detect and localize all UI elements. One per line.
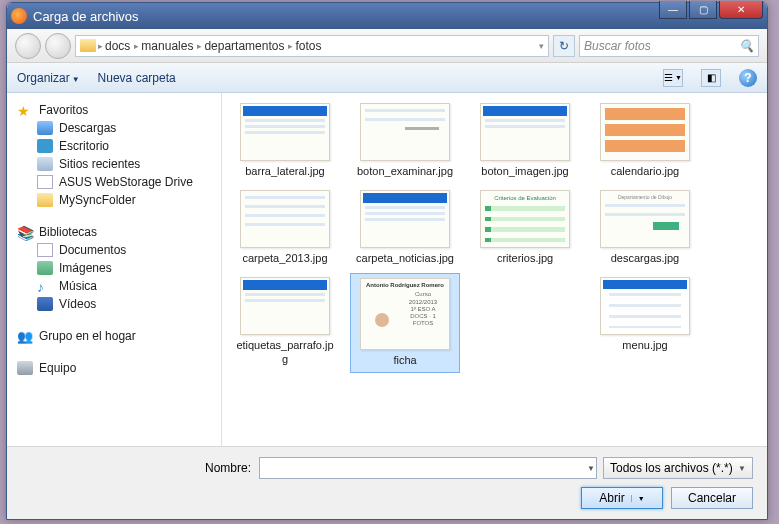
view-menu[interactable]: ☰ ▼ — [663, 69, 683, 87]
document-icon — [37, 243, 53, 257]
star-icon: ★ — [17, 103, 33, 117]
desktop-icon — [37, 139, 53, 153]
filename-input[interactable] — [259, 457, 597, 479]
search-input[interactable]: Buscar fotos 🔍 — [579, 35, 759, 57]
file-item[interactable]: Criterios de Evaluacióncriterios.jpg — [470, 186, 580, 269]
file-item[interactable]: menu.jpg — [590, 273, 700, 372]
chevron-right-icon: ▸ — [134, 41, 139, 51]
sidebar-item-music[interactable]: ♪Música — [11, 277, 217, 295]
chevron-down-icon[interactable]: ▼ — [587, 464, 595, 473]
sidebar-item-images[interactable]: Imágenes — [11, 259, 217, 277]
back-button[interactable] — [15, 33, 41, 59]
sidebar-item-sync[interactable]: MySyncFolder — [11, 191, 217, 209]
homegroup-icon: 👥 — [17, 329, 33, 343]
music-icon: ♪ — [37, 279, 53, 293]
drive-icon — [37, 175, 53, 189]
sidebar-section-favorites[interactable]: ★Favoritos — [11, 101, 217, 119]
chevron-right-icon: ▸ — [98, 41, 103, 51]
sidebar-item-desktop[interactable]: Escritorio — [11, 137, 217, 155]
sidebar-section-computer[interactable]: Equipo — [11, 359, 217, 377]
sidebar-item-recent[interactable]: Sitios recientes — [11, 155, 217, 173]
window-title: Carga de archivos — [33, 9, 763, 24]
library-icon: 📚 — [17, 225, 33, 239]
sidebar-section-homegroup[interactable]: 👥Grupo en el hogar — [11, 327, 217, 345]
search-icon: 🔍 — [739, 39, 754, 53]
firefox-icon — [11, 8, 27, 24]
refresh-button[interactable]: ↻ — [553, 35, 575, 57]
help-button[interactable]: ? — [739, 69, 757, 87]
file-item[interactable]: boton_examinar.jpg — [350, 99, 460, 182]
chevron-down-icon[interactable]: ▾ — [539, 41, 544, 51]
file-item[interactable]: calendario.jpg — [590, 99, 700, 182]
close-button[interactable]: ✕ — [719, 1, 763, 19]
address-bar[interactable]: ▸ docs▸ manuales▸ departamentos▸ fotos ▾ — [75, 35, 549, 57]
titlebar[interactable]: Carga de archivos — ▢ ✕ — [7, 3, 767, 29]
sidebar-section-libraries[interactable]: 📚Bibliotecas — [11, 223, 217, 241]
sidebar-item-asus[interactable]: ASUS WebStorage Drive — [11, 173, 217, 191]
image-icon — [37, 261, 53, 275]
file-upload-dialog: Carga de archivos — ▢ ✕ ▸ docs▸ manuales… — [6, 2, 768, 520]
chevron-right-icon: ▸ — [197, 41, 202, 51]
sidebar-item-downloads[interactable]: Descargas — [11, 119, 217, 137]
chevron-down-icon: ▼ — [738, 464, 746, 473]
breadcrumb: fotos — [295, 39, 321, 53]
file-item[interactable]: Departamento de Dibujodescargas.jpg — [590, 186, 700, 269]
sidebar-item-videos[interactable]: Vídeos — [11, 295, 217, 313]
file-item[interactable]: carpeta_noticias.jpg — [350, 186, 460, 269]
breadcrumb: manuales▸ — [141, 39, 202, 53]
file-type-filter[interactable]: Todos los archivos (*.*)▼ — [603, 457, 753, 479]
breadcrumb: departamentos▸ — [204, 39, 293, 53]
video-icon — [37, 297, 53, 311]
sidebar: ★Favoritos Descargas Escritorio Sitios r… — [7, 93, 222, 446]
forward-button[interactable] — [45, 33, 71, 59]
folder-icon — [80, 39, 96, 52]
maximize-button[interactable]: ▢ — [689, 1, 717, 19]
new-folder-button[interactable]: Nueva carpeta — [98, 71, 176, 85]
dialog-footer: Nombre: ▼ Todos los archivos (*.*)▼ Abri… — [7, 446, 767, 519]
nav-row: ▸ docs▸ manuales▸ departamentos▸ fotos ▾… — [7, 29, 767, 63]
file-grid[interactable]: barra_lateral.jpg boton_examinar.jpg bot… — [222, 93, 767, 446]
open-button[interactable]: Abrir ▼ — [581, 487, 663, 509]
minimize-button[interactable]: — — [659, 1, 687, 19]
file-item-selected[interactable]: Antonio Rodríguez Romero Curso2012/20131… — [350, 273, 460, 372]
file-item[interactable]: carpeta_2013.jpg — [230, 186, 340, 269]
filename-label: Nombre: — [21, 461, 251, 475]
cancel-button[interactable]: Cancelar — [671, 487, 753, 509]
toolbar: Organizar▼ Nueva carpeta ☰ ▼ ◧ ? — [7, 63, 767, 93]
folder-icon — [37, 193, 53, 207]
download-icon — [37, 121, 53, 135]
breadcrumb: docs▸ — [105, 39, 139, 53]
chevron-down-icon: ▼ — [72, 75, 80, 84]
preview-pane-button[interactable]: ◧ — [701, 69, 721, 87]
file-item[interactable]: boton_imagen.jpg — [470, 99, 580, 182]
sidebar-item-documents[interactable]: Documentos — [11, 241, 217, 259]
file-item[interactable]: etiquetas_parrafo.jpg — [230, 273, 340, 372]
file-item[interactable]: barra_lateral.jpg — [230, 99, 340, 182]
recent-icon — [37, 157, 53, 171]
computer-icon — [17, 361, 33, 375]
chevron-right-icon: ▸ — [288, 41, 293, 51]
organize-menu[interactable]: Organizar▼ — [17, 71, 80, 85]
